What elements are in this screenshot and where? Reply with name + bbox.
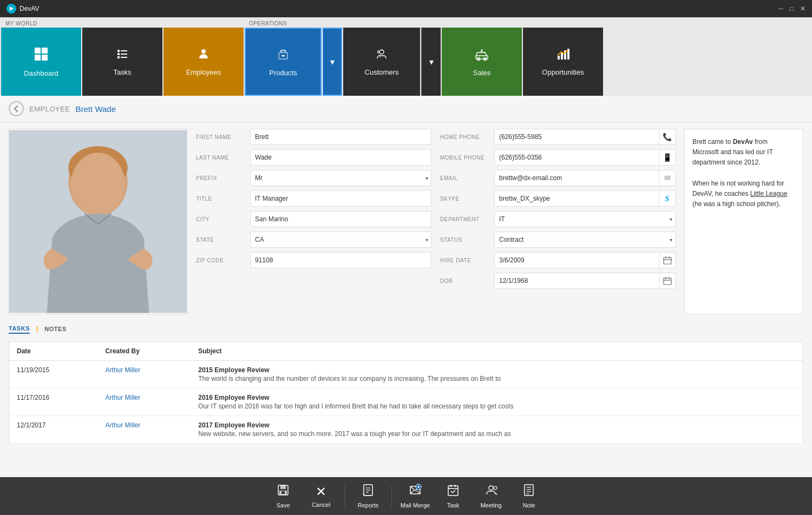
first-name-row: FIRST NAME	[196, 129, 431, 145]
table-header: Date Created By Subject	[9, 341, 803, 360]
tab-divider: |	[36, 325, 38, 333]
last-name-row: LAST NAME	[196, 149, 431, 166]
row2-created-by[interactable]: Arthur Miller	[98, 388, 191, 415]
note-button[interactable]: Note	[510, 480, 548, 512]
state-select-wrap: CA NY TX ▾	[250, 232, 431, 248]
prefix-select[interactable]: Mr Mrs Ms Dr	[250, 170, 431, 186]
opportunities-label: Opportunities	[542, 68, 584, 76]
email-input[interactable]	[495, 170, 659, 186]
svg-rect-54	[448, 486, 458, 496]
meeting-button[interactable]: Meeting	[472, 480, 510, 512]
nav-tab-opportunities[interactable]: Opportunities	[523, 28, 603, 96]
first-name-label: FIRST NAME	[196, 134, 250, 140]
back-button[interactable]	[9, 101, 24, 116]
svg-rect-36	[664, 278, 671, 285]
maximize-button[interactable]: □	[790, 5, 794, 12]
note-label: Note	[522, 502, 535, 509]
svg-rect-11	[121, 57, 127, 58]
window-controls: ─ □ ✕	[778, 5, 806, 12]
dob-field	[494, 273, 676, 289]
first-name-input[interactable]	[250, 129, 431, 145]
customers-icon	[375, 48, 388, 64]
nav-tab-customers[interactable]: Customers	[343, 28, 420, 96]
employees-label: Employees	[186, 68, 221, 76]
table-body: 11/19/2015 Arthur Miller 2015 Employee R…	[9, 360, 803, 443]
row3-created-by[interactable]: Arthur Miller	[98, 415, 191, 443]
state-select[interactable]: CA NY TX	[250, 232, 431, 248]
mail-merge-button[interactable]: Mail Merge	[396, 480, 434, 512]
city-input[interactable]	[250, 211, 431, 227]
svg-rect-7	[121, 50, 127, 51]
department-row: DEPARTMENT IT HR Finance Marketing ▾	[440, 211, 676, 227]
cancel-button[interactable]: ✕ Cancel	[302, 480, 340, 512]
row3-subject-title: 2017 Employee Review	[198, 421, 795, 429]
prefix-row: PREFIX Mr Mrs Ms Dr ▾	[196, 170, 431, 186]
customers-dropdown-button[interactable]: ▾	[421, 28, 441, 96]
close-button[interactable]: ✕	[800, 5, 806, 12]
products-dropdown-button[interactable]: ▾	[323, 28, 342, 96]
nav-tabs: Dashboard Tasks	[0, 28, 812, 96]
dob-calendar-icon[interactable]	[659, 273, 675, 288]
mobile-phone-input[interactable]	[495, 150, 659, 165]
hire-date-input[interactable]	[495, 253, 659, 268]
nav-tab-dashboard[interactable]: Dashboard	[1, 28, 81, 96]
last-name-label: LAST NAME	[196, 155, 250, 161]
task-icon	[447, 484, 460, 500]
hire-date-calendar-icon[interactable]	[659, 253, 675, 268]
bio-paragraph-1: Brett came to DevAv from Microsoft and h…	[692, 137, 795, 168]
tasks-icon	[116, 48, 129, 64]
skype-icon: S	[659, 191, 675, 206]
svg-point-59	[494, 486, 497, 490]
status-select[interactable]: Contract Full-time Part-time	[494, 232, 676, 248]
nav-tab-employees[interactable]: Employees	[163, 28, 244, 96]
dashboard-icon	[34, 47, 49, 65]
zip-row: ZIP CODE	[196, 252, 431, 268]
tab-notes[interactable]: NOTES	[44, 325, 66, 333]
task-button[interactable]: Task	[434, 480, 472, 512]
dob-input[interactable]	[495, 273, 659, 288]
svg-rect-9	[121, 54, 127, 55]
home-phone-field: 📞	[494, 129, 676, 145]
svg-line-23	[482, 49, 483, 52]
state-row: STATE CA NY TX ▾	[196, 232, 431, 248]
skype-input[interactable]	[495, 191, 659, 206]
tasks-table: Date Created By Subject 11/19/2015 Arthu…	[9, 341, 803, 444]
row2-subject-title: 2016 Employee Review	[198, 394, 795, 401]
sales-label: Sales	[473, 69, 491, 77]
employee-bio: Brett came to DevAv from Microsoft and h…	[684, 129, 803, 314]
toolbar: Save ✕ Cancel Reports	[0, 477, 812, 515]
reports-icon	[362, 484, 375, 500]
nav-tab-sales[interactable]: Sales	[442, 28, 522, 96]
products-icon	[276, 47, 290, 64]
col-date: Date	[9, 341, 98, 360]
nav-tab-products[interactable]: Products	[245, 28, 322, 96]
meeting-label: Meeting	[480, 502, 501, 509]
row3-subject-desc: New website, new servers, and so much mo…	[198, 430, 795, 438]
row2-subject: 2016 Employee Review Our IT spend in 201…	[191, 388, 803, 415]
tab-tasks[interactable]: TASKS	[9, 324, 30, 334]
minimize-button[interactable]: ─	[778, 5, 783, 12]
zip-input[interactable]	[250, 252, 431, 268]
svg-rect-6	[117, 50, 120, 52]
save-button[interactable]: Save	[264, 480, 302, 512]
email-field: ✉	[494, 170, 676, 186]
last-name-input[interactable]	[250, 149, 431, 166]
status-select-wrap: Contract Full-time Part-time ▾	[494, 232, 676, 248]
row1-created-by[interactable]: Arthur Miller	[98, 360, 191, 388]
home-phone-input[interactable]	[495, 129, 659, 144]
toolbar-divider-2	[391, 485, 392, 507]
title-input[interactable]	[250, 190, 431, 207]
state-label: STATE	[196, 237, 250, 243]
department-select[interactable]: IT HR Finance Marketing	[494, 211, 676, 227]
prefix-select-wrap: Mr Mrs Ms Dr ▾	[250, 170, 431, 186]
app-logo: DevAV	[6, 4, 39, 14]
reports-button[interactable]: Reports	[349, 480, 387, 512]
svg-point-58	[489, 486, 493, 490]
phone-icon: 📞	[659, 129, 675, 144]
table-row: 11/19/2015 Arthur Miller 2015 Employee R…	[9, 360, 803, 388]
form-fields-left: FIRST NAME LAST NAME PREFIX Mr Mrs Ms Dr	[196, 129, 431, 314]
home-phone-label: HOME PHONE	[440, 134, 494, 140]
nav-section-labels: MY WORLD OPERATIONS	[0, 17, 812, 28]
main-content: EMPLOYEE Brett Wade	[0, 96, 812, 477]
nav-tab-tasks[interactable]: Tasks	[82, 28, 162, 96]
